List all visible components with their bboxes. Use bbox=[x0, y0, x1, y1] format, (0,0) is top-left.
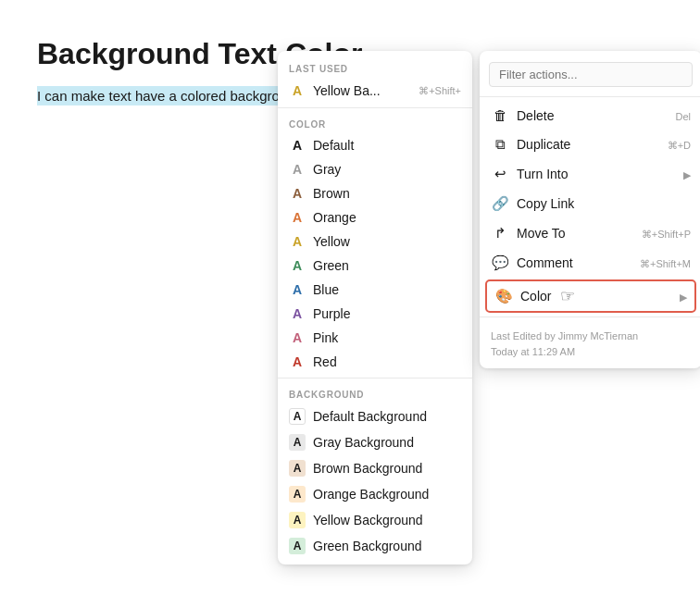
color-picker-menu: LAST USED A Yellow Ba... ⌘+Shift+ COLOR … bbox=[278, 51, 472, 565]
last-used-label: LAST USED bbox=[278, 56, 472, 78]
turn-into-icon: ↩ bbox=[491, 166, 509, 182]
highlighted-text: I can make text have a colored backgroun bbox=[37, 86, 295, 105]
bg-item-brown-background[interactable]: A Brown Background bbox=[278, 455, 472, 481]
color-item-red[interactable]: A Red bbox=[278, 350, 472, 374]
color-item-purple[interactable]: A Purple bbox=[278, 302, 472, 326]
context-item-copy-link[interactable]: 🔗 Copy Link bbox=[480, 189, 700, 218]
color-letter: A bbox=[289, 138, 306, 153]
background-section-label: BACKGROUND bbox=[278, 382, 472, 403]
bg-circle: A bbox=[289, 460, 306, 477]
bg-label: Yellow Background bbox=[313, 513, 423, 527]
turn-into-label: Turn Into bbox=[517, 167, 569, 181]
color-icon: 🎨 bbox=[494, 288, 513, 304]
color-label: Red bbox=[313, 354, 337, 369]
color-item-gray[interactable]: A Gray bbox=[278, 157, 472, 181]
last-used-item[interactable]: A Yellow Ba... ⌘+Shift+ bbox=[278, 78, 472, 104]
shortcut-label: ⌘+D bbox=[668, 140, 691, 151]
color-item-default[interactable]: A Default bbox=[278, 133, 472, 157]
comment-label: Comment bbox=[517, 255, 573, 270]
color-item-pink[interactable]: A Pink bbox=[278, 326, 472, 350]
context-item-move-to[interactable]: ↱ Move To ⌘+Shift+P bbox=[480, 218, 700, 248]
background-items-list: A Default Background A Gray Background A… bbox=[278, 403, 472, 559]
comment-icon: 💬 bbox=[491, 254, 509, 271]
bg-item-default-background[interactable]: A Default Background bbox=[278, 403, 472, 429]
bg-label: Default Background bbox=[313, 409, 427, 424]
context-item-delete[interactable]: 🗑 Delete Del bbox=[480, 101, 700, 130]
delete-label: Delete bbox=[517, 108, 554, 123]
bg-circle: A bbox=[289, 538, 306, 554]
color-label: Blue bbox=[313, 282, 339, 297]
menus-container: LAST USED A Yellow Ba... ⌘+Shift+ COLOR … bbox=[278, 51, 472, 565]
color-item-orange[interactable]: A Orange bbox=[278, 205, 472, 230]
divider-1 bbox=[278, 107, 472, 108]
copy-link-icon: 🔗 bbox=[491, 195, 509, 212]
bg-item-gray-background[interactable]: A Gray Background bbox=[278, 429, 472, 455]
color-label: Purple bbox=[313, 306, 350, 321]
bg-item-yellow-background[interactable]: A Yellow Background bbox=[278, 507, 472, 533]
last-edited: Last Edited by Jimmy McTiernan Today at … bbox=[480, 321, 700, 363]
divider-4 bbox=[480, 316, 700, 317]
color-label: Orange bbox=[313, 210, 356, 225]
filter-input[interactable] bbox=[489, 62, 693, 87]
bg-circle: A bbox=[289, 486, 306, 503]
context-item-color[interactable]: 🎨 Color ☞ ▶ bbox=[485, 279, 696, 313]
arrow-icon: ▶ bbox=[683, 169, 691, 180]
color-label: Gray bbox=[313, 162, 341, 177]
context-item-duplicate[interactable]: ⧉ Duplicate ⌘+D bbox=[480, 130, 700, 159]
move-to-label: Move To bbox=[517, 226, 566, 241]
color-section-label: COLOR bbox=[278, 112, 472, 133]
divider-2 bbox=[278, 378, 472, 378]
filter-wrap bbox=[480, 56, 700, 93]
context-item-comment[interactable]: 💬 Comment ⌘+Shift+M bbox=[480, 248, 700, 278]
context-menu: 🗑 Delete Del ⧉ Duplicate ⌘+D ↩ Turn Into… bbox=[480, 51, 700, 368]
delete-icon: 🗑 bbox=[491, 107, 509, 123]
color-item-blue[interactable]: A Blue bbox=[278, 278, 472, 302]
bg-label: Gray Background bbox=[313, 435, 414, 450]
color-label: Green bbox=[313, 258, 349, 273]
color-letter: A bbox=[289, 234, 306, 249]
bg-item-green-background[interactable]: A Green Background bbox=[278, 533, 472, 559]
divider-3 bbox=[480, 96, 700, 97]
cursor-icon: ☞ bbox=[560, 286, 575, 306]
bg-circle: A bbox=[289, 434, 306, 451]
context-items-list: 🗑 Delete Del ⧉ Duplicate ⌘+D ↩ Turn Into… bbox=[480, 101, 700, 313]
color-items-list: A Default A Gray A Brown A Orange A Yell… bbox=[278, 133, 472, 374]
bg-item-orange-background[interactable]: A Orange Background bbox=[278, 481, 472, 507]
shortcut-label: ⌘+Shift+P bbox=[642, 229, 691, 240]
context-item-turn-into[interactable]: ↩ Turn Into ▶ bbox=[480, 159, 700, 189]
color-item-green[interactable]: A Green bbox=[278, 254, 472, 278]
shortcut-label: Del bbox=[675, 111, 691, 122]
bg-label: Brown Background bbox=[313, 461, 422, 476]
bg-circle: A bbox=[289, 512, 306, 528]
color-item-brown[interactable]: A Brown bbox=[278, 181, 472, 205]
duplicate-label: Duplicate bbox=[517, 137, 570, 152]
last-used-text: Yellow Ba... bbox=[313, 83, 381, 98]
color-letter: A bbox=[289, 162, 306, 177]
color-label: Brown bbox=[313, 186, 350, 201]
color-label: Color bbox=[520, 289, 551, 304]
duplicate-icon: ⧉ bbox=[491, 136, 509, 153]
bg-label: Green Background bbox=[313, 539, 422, 553]
color-letter: A bbox=[289, 258, 306, 273]
color-item-yellow[interactable]: A Yellow bbox=[278, 230, 472, 254]
bg-circle: A bbox=[289, 408, 306, 425]
last-edited-label: Last Edited by Jimmy McTiernan bbox=[491, 329, 691, 344]
copy-link-label: Copy Link bbox=[517, 196, 574, 211]
color-letter: A bbox=[289, 306, 306, 321]
last-edited-time: Today at 11:29 AM bbox=[491, 344, 691, 360]
bg-label: Orange Background bbox=[313, 487, 429, 502]
arrow-icon: ▶ bbox=[680, 292, 687, 303]
move-to-icon: ↱ bbox=[491, 225, 509, 242]
last-used-shortcut: ⌘+Shift+ bbox=[419, 85, 461, 97]
shortcut-label: ⌘+Shift+M bbox=[640, 258, 691, 269]
color-label: Pink bbox=[313, 330, 338, 345]
color-letter: A bbox=[289, 282, 306, 297]
last-used-letter: A bbox=[289, 83, 306, 98]
color-label: Default bbox=[313, 138, 354, 153]
color-label: Yellow bbox=[313, 234, 350, 249]
color-letter: A bbox=[289, 186, 306, 201]
color-letter: A bbox=[289, 330, 306, 345]
color-letter: A bbox=[289, 354, 306, 369]
color-letter: A bbox=[289, 210, 306, 225]
